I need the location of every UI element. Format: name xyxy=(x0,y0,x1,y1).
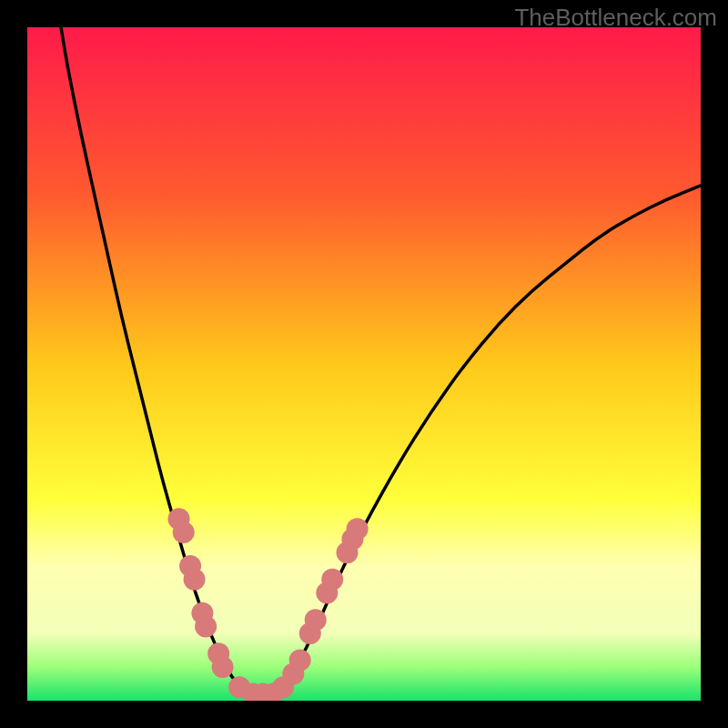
chart-background xyxy=(27,27,701,701)
data-marker xyxy=(173,521,195,543)
plot-area xyxy=(27,27,701,701)
data-marker xyxy=(212,656,234,678)
data-marker xyxy=(184,569,206,591)
chart-svg xyxy=(27,27,701,701)
data-marker xyxy=(305,609,327,631)
data-marker xyxy=(195,616,217,638)
data-marker xyxy=(289,650,311,672)
data-marker xyxy=(347,518,369,540)
chart-frame: TheBottleneck.com xyxy=(0,0,728,728)
data-marker xyxy=(321,569,343,591)
